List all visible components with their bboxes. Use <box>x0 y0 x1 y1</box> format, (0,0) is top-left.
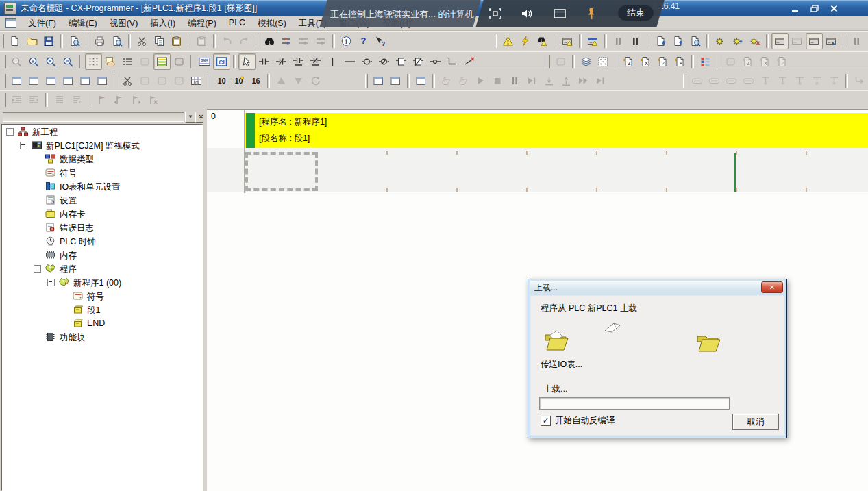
io-table-window-icon[interactable] <box>771 33 789 49</box>
line-corner-icon[interactable] <box>444 53 461 70</box>
zoom-in-icon[interactable] <box>42 53 60 70</box>
print-icon[interactable] <box>91 33 108 49</box>
tree-item-6[interactable]: 内存卡 <box>2 207 202 221</box>
grid-toggle-icon[interactable] <box>85 53 102 70</box>
tree-item-13[interactable]: 段1 <box>2 303 202 316</box>
toolbar-drag-handle[interactable] <box>3 55 6 68</box>
speaker-icon[interactable] <box>519 7 534 21</box>
cancel-button[interactable]: 取消 <box>732 414 779 430</box>
new-or-closed-contact-icon[interactable] <box>307 53 324 70</box>
menu-item-2[interactable]: 视图(V) <box>103 16 145 31</box>
pin-icon[interactable] <box>584 7 599 21</box>
toolbar-drag-handle[interactable] <box>3 34 4 48</box>
display-signed-decimal-icon[interactable]: 10 <box>230 73 247 89</box>
tree-expander-icon[interactable] <box>34 265 41 273</box>
pause-icon[interactable] <box>627 33 644 49</box>
comment-instruction-view-icon[interactable]: CI <box>213 53 230 70</box>
dialog-title-bar[interactable]: 上载... <box>530 281 784 295</box>
tree-item-10[interactable]: 程序 <box>2 262 202 275</box>
new-instruction-icon[interactable] <box>393 53 410 70</box>
transfer-settings-icon[interactable] <box>584 33 602 49</box>
rung-wrap-icon[interactable] <box>153 53 171 70</box>
show-all-levels-icon[interactable] <box>578 53 595 70</box>
tree-expander-icon[interactable] <box>6 128 14 136</box>
cross-reference-report-icon[interactable] <box>119 73 136 89</box>
new-file-icon[interactable] <box>6 33 23 49</box>
tree-item-4[interactable]: IO表和单元设置 <box>2 179 202 193</box>
show-properties-icon[interactable]: i <box>338 33 355 49</box>
window-icon[interactable] <box>552 7 567 21</box>
toolbar-drag-handle[interactable] <box>496 34 497 48</box>
upload-from-plc-icon[interactable] <box>669 33 686 49</box>
tree-item-7[interactable]: 错误日志 <box>2 221 202 234</box>
work-online-icon[interactable] <box>499 33 517 49</box>
binary-monitor-icon[interactable]: 001 <box>188 73 205 89</box>
toolbar-drag-handle[interactable] <box>547 55 550 68</box>
auto-online-icon[interactable] <box>517 33 534 49</box>
menu-item-5[interactable]: PLC <box>223 16 251 31</box>
display-hex-icon[interactable]: 16 <box>247 73 264 89</box>
fullscreen-icon[interactable] <box>488 7 503 21</box>
toolbar-drag-handle[interactable] <box>3 93 6 107</box>
watch-window-icon[interactable] <box>806 33 823 49</box>
toolbar-drag-handle[interactable] <box>683 74 686 88</box>
compare-with-plc-icon[interactable] <box>686 33 704 49</box>
mdi-child-icon[interactable] <box>5 18 16 28</box>
toolbar-drag-handle[interactable] <box>3 74 6 88</box>
tree-item-2[interactable]: 数据类型 <box>2 152 202 166</box>
restore-button[interactable] <box>807 3 822 14</box>
send-online-edit-icon[interactable] <box>729 33 746 49</box>
close-button[interactable] <box>826 3 841 14</box>
delete-line-icon[interactable] <box>461 53 478 70</box>
display-decimal-icon[interactable]: 10 <box>213 73 230 89</box>
new-closed-contact-icon[interactable] <box>273 53 290 70</box>
download-to-plc-icon[interactable] <box>652 33 669 49</box>
menu-item-6[interactable]: 模拟(S) <box>251 16 293 31</box>
new-horizontal-line-icon[interactable] <box>341 53 358 70</box>
find-icon[interactable] <box>261 33 278 49</box>
tree-item-5[interactable]: 设置 <box>2 193 202 207</box>
select-tool-icon[interactable] <box>238 53 256 70</box>
print-preview-icon[interactable] <box>108 33 125 49</box>
save-icon[interactable] <box>40 33 58 49</box>
program-structure-icon[interactable] <box>171 53 188 70</box>
time-chart-monitor-icon[interactable] <box>865 33 868 49</box>
toolbar-drag-handle[interactable] <box>365 74 369 88</box>
tree-item-9[interactable]: 内存 <box>2 248 202 262</box>
data-trace-icon[interactable] <box>823 33 840 49</box>
menu-item-0[interactable]: 文件(F) <box>22 16 62 31</box>
simulator-copy-icon[interactable] <box>387 73 404 89</box>
window-build-icon[interactable] <box>25 73 42 89</box>
tree-expander-icon[interactable] <box>20 142 27 149</box>
new-vertical-line-icon[interactable] <box>324 53 341 70</box>
menu-item-1[interactable]: 编辑(E) <box>62 16 103 31</box>
new-or-contact-icon[interactable] <box>290 53 307 70</box>
window-properties-icon[interactable] <box>94 73 111 89</box>
cut-icon[interactable] <box>134 33 151 49</box>
tree-item-11[interactable]: 新程序1 (00) <box>2 275 202 289</box>
ladder-cursor-cell[interactable] <box>245 152 318 191</box>
tree-expander-icon[interactable] <box>47 279 55 286</box>
symbol-bit-list-icon[interactable] <box>697 53 714 70</box>
paste-icon[interactable] <box>168 33 185 49</box>
tree-item-0[interactable]: 新工程 <box>2 125 202 138</box>
insert-column-icon[interactable] <box>671 53 689 70</box>
dialog-close-icon[interactable]: ✕ <box>761 281 783 293</box>
online-edit-rungs-icon[interactable] <box>712 33 729 49</box>
address-combo[interactable] <box>3 112 184 122</box>
window-watch-icon[interactable] <box>60 73 77 89</box>
simulator-doc-icon[interactable] <box>412 73 430 89</box>
help-contents-icon[interactable]: ? <box>355 33 372 49</box>
tree-item-3[interactable]: 符号 <box>2 166 202 179</box>
rung-comment-list-icon[interactable] <box>119 53 136 70</box>
monitor-mode-icon[interactable] <box>534 33 551 49</box>
tree-item-15[interactable]: 功能块 <box>2 330 202 344</box>
window-find-icon[interactable] <box>42 73 60 89</box>
window-paste-icon[interactable] <box>8 73 25 89</box>
export-program-icon[interactable] <box>66 33 83 49</box>
edit-comment-icon[interactable] <box>102 53 119 70</box>
simulator-connect-icon[interactable] <box>370 73 387 89</box>
menu-item-3[interactable]: 插入(I) <box>144 16 182 31</box>
new-contact-icon[interactable] <box>256 53 273 70</box>
minimize-button[interactable] <box>788 3 803 14</box>
